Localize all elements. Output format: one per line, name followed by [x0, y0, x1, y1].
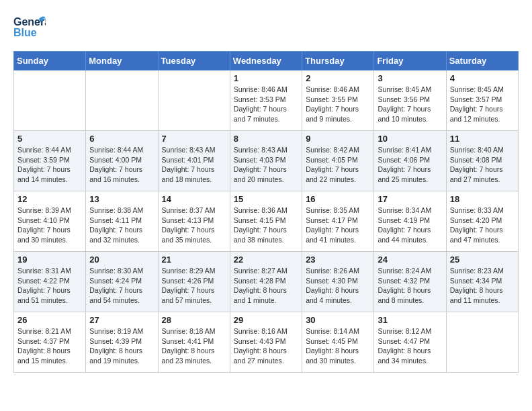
day-info: Sunrise: 8:26 AM Sunset: 4:30 PM Dayligh… [306, 266, 370, 306]
col-header-sunday: Sunday [14, 52, 86, 71]
day-info: Sunrise: 8:40 AM Sunset: 4:08 PM Dayligh… [450, 145, 515, 185]
day-info: Sunrise: 8:18 AM Sunset: 4:41 PM Dayligh… [162, 326, 226, 366]
calendar-cell: 15Sunrise: 8:36 AM Sunset: 4:15 PM Dayli… [230, 191, 302, 252]
day-info: Sunrise: 8:24 AM Sunset: 4:32 PM Dayligh… [378, 266, 442, 306]
day-info: Sunrise: 8:41 AM Sunset: 4:06 PM Dayligh… [378, 145, 442, 185]
day-number: 7 [162, 134, 226, 144]
day-info: Sunrise: 8:27 AM Sunset: 4:28 PM Dayligh… [234, 266, 298, 306]
day-number: 27 [89, 315, 154, 325]
calendar-week-3: 12Sunrise: 8:39 AM Sunset: 4:10 PM Dayli… [14, 191, 519, 252]
day-number: 29 [234, 315, 298, 325]
calendar-cell: 2Sunrise: 8:46 AM Sunset: 3:55 PM Daylig… [302, 71, 374, 131]
day-number: 18 [450, 194, 515, 204]
day-number: 10 [378, 134, 442, 144]
day-info: Sunrise: 8:23 AM Sunset: 4:34 PM Dayligh… [450, 266, 515, 306]
col-header-friday: Friday [374, 52, 446, 71]
day-number: 13 [89, 194, 154, 204]
day-info: Sunrise: 8:21 AM Sunset: 4:37 PM Dayligh… [17, 326, 82, 366]
calendar-cell: 30Sunrise: 8:14 AM Sunset: 4:45 PM Dayli… [302, 312, 374, 373]
calendar-cell: 5Sunrise: 8:44 AM Sunset: 3:59 PM Daylig… [14, 131, 86, 191]
day-number: 1 [234, 73, 298, 83]
calendar-cell: 21Sunrise: 8:29 AM Sunset: 4:26 PM Dayli… [158, 252, 230, 312]
calendar-cell: 22Sunrise: 8:27 AM Sunset: 4:28 PM Dayli… [230, 252, 302, 312]
day-info: Sunrise: 8:45 AM Sunset: 3:57 PM Dayligh… [450, 85, 515, 124]
calendar-cell: 3Sunrise: 8:45 AM Sunset: 3:56 PM Daylig… [374, 71, 446, 131]
calendar-cell: 9Sunrise: 8:42 AM Sunset: 4:05 PM Daylig… [302, 131, 374, 191]
day-info: Sunrise: 8:43 AM Sunset: 4:01 PM Dayligh… [162, 145, 226, 185]
day-info: Sunrise: 8:19 AM Sunset: 4:39 PM Dayligh… [89, 326, 154, 366]
col-header-thursday: Thursday [302, 52, 374, 71]
calendar-cell: 25Sunrise: 8:23 AM Sunset: 4:34 PM Dayli… [446, 252, 518, 312]
day-info: Sunrise: 8:30 AM Sunset: 4:24 PM Dayligh… [89, 266, 154, 306]
day-info: Sunrise: 8:36 AM Sunset: 4:15 PM Dayligh… [234, 205, 298, 245]
logo-icon: General Blue [13, 13, 46, 44]
col-header-monday: Monday [86, 52, 158, 71]
day-info: Sunrise: 8:14 AM Sunset: 4:45 PM Dayligh… [306, 326, 370, 366]
calendar-cell: 1Sunrise: 8:46 AM Sunset: 3:53 PM Daylig… [230, 71, 302, 131]
col-header-tuesday: Tuesday [158, 52, 230, 71]
calendar-cell [14, 71, 86, 131]
page-header: General Blue [13, 13, 519, 44]
day-info: Sunrise: 8:29 AM Sunset: 4:26 PM Dayligh… [162, 266, 226, 306]
calendar-cell: 26Sunrise: 8:21 AM Sunset: 4:37 PM Dayli… [14, 312, 86, 373]
day-number: 24 [378, 255, 442, 265]
logo: General Blue [13, 13, 46, 44]
day-number: 31 [378, 315, 442, 325]
calendar-cell: 12Sunrise: 8:39 AM Sunset: 4:10 PM Dayli… [14, 191, 86, 252]
day-number: 8 [234, 134, 298, 144]
day-info: Sunrise: 8:16 AM Sunset: 4:43 PM Dayligh… [234, 326, 298, 366]
calendar-cell: 19Sunrise: 8:31 AM Sunset: 4:22 PM Dayli… [14, 252, 86, 312]
day-info: Sunrise: 8:45 AM Sunset: 3:56 PM Dayligh… [378, 85, 442, 124]
day-number: 3 [378, 73, 442, 83]
calendar-header-row: SundayMondayTuesdayWednesdayThursdayFrid… [14, 52, 519, 71]
day-info: Sunrise: 8:44 AM Sunset: 4:00 PM Dayligh… [89, 145, 154, 185]
calendar-cell: 6Sunrise: 8:44 AM Sunset: 4:00 PM Daylig… [86, 131, 158, 191]
calendar-cell: 31Sunrise: 8:12 AM Sunset: 4:47 PM Dayli… [374, 312, 446, 373]
day-number: 22 [234, 255, 298, 265]
day-number: 17 [378, 194, 442, 204]
day-number: 19 [17, 255, 82, 265]
col-header-wednesday: Wednesday [230, 52, 302, 71]
calendar-cell: 14Sunrise: 8:37 AM Sunset: 4:13 PM Dayli… [158, 191, 230, 252]
day-number: 11 [450, 134, 515, 144]
day-info: Sunrise: 8:39 AM Sunset: 4:10 PM Dayligh… [17, 205, 82, 245]
calendar-cell: 16Sunrise: 8:35 AM Sunset: 4:17 PM Dayli… [302, 191, 374, 252]
calendar-cell: 7Sunrise: 8:43 AM Sunset: 4:01 PM Daylig… [158, 131, 230, 191]
day-info: Sunrise: 8:35 AM Sunset: 4:17 PM Dayligh… [306, 205, 370, 245]
calendar-cell: 10Sunrise: 8:41 AM Sunset: 4:06 PM Dayli… [374, 131, 446, 191]
day-info: Sunrise: 8:44 AM Sunset: 3:59 PM Dayligh… [17, 145, 82, 185]
day-number: 5 [17, 134, 82, 144]
calendar-cell [158, 71, 230, 131]
day-number: 30 [306, 315, 370, 325]
calendar-week-4: 19Sunrise: 8:31 AM Sunset: 4:22 PM Dayli… [14, 252, 519, 312]
calendar-cell: 18Sunrise: 8:33 AM Sunset: 4:20 PM Dayli… [446, 191, 518, 252]
calendar-cell [86, 71, 158, 131]
day-number: 9 [306, 134, 370, 144]
day-number: 20 [89, 255, 154, 265]
day-info: Sunrise: 8:42 AM Sunset: 4:05 PM Dayligh… [306, 145, 370, 185]
day-info: Sunrise: 8:31 AM Sunset: 4:22 PM Dayligh… [17, 266, 82, 306]
day-number: 21 [162, 255, 226, 265]
day-info: Sunrise: 8:34 AM Sunset: 4:19 PM Dayligh… [378, 205, 442, 245]
svg-text:Blue: Blue [13, 27, 37, 38]
day-info: Sunrise: 8:46 AM Sunset: 3:55 PM Dayligh… [306, 85, 370, 124]
calendar-cell: 23Sunrise: 8:26 AM Sunset: 4:30 PM Dayli… [302, 252, 374, 312]
day-info: Sunrise: 8:43 AM Sunset: 4:03 PM Dayligh… [234, 145, 298, 185]
day-number: 15 [234, 194, 298, 204]
day-number: 12 [17, 194, 82, 204]
col-header-saturday: Saturday [446, 52, 518, 71]
day-info: Sunrise: 8:33 AM Sunset: 4:20 PM Dayligh… [450, 205, 515, 245]
calendar-week-2: 5Sunrise: 8:44 AM Sunset: 3:59 PM Daylig… [14, 131, 519, 191]
day-number: 25 [450, 255, 515, 265]
day-number: 23 [306, 255, 370, 265]
calendar-cell [446, 312, 518, 373]
day-number: 2 [306, 73, 370, 83]
day-info: Sunrise: 8:37 AM Sunset: 4:13 PM Dayligh… [162, 205, 226, 245]
calendar-week-1: 1Sunrise: 8:46 AM Sunset: 3:53 PM Daylig… [14, 71, 519, 131]
calendar-cell: 17Sunrise: 8:34 AM Sunset: 4:19 PM Dayli… [374, 191, 446, 252]
calendar-cell: 28Sunrise: 8:18 AM Sunset: 4:41 PM Dayli… [158, 312, 230, 373]
calendar-cell: 8Sunrise: 8:43 AM Sunset: 4:03 PM Daylig… [230, 131, 302, 191]
calendar-cell: 4Sunrise: 8:45 AM Sunset: 3:57 PM Daylig… [446, 71, 518, 131]
day-info: Sunrise: 8:38 AM Sunset: 4:11 PM Dayligh… [89, 205, 154, 245]
calendar-cell: 11Sunrise: 8:40 AM Sunset: 4:08 PM Dayli… [446, 131, 518, 191]
